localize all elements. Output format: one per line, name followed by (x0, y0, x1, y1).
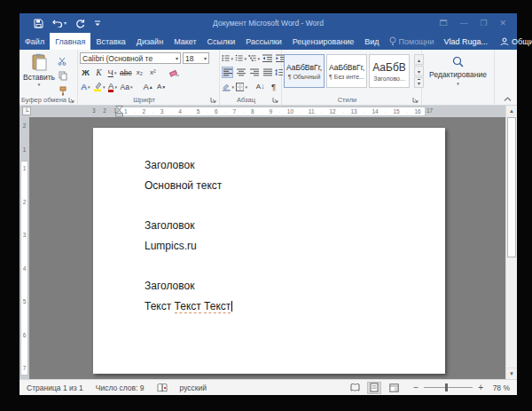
ruler-tick: · (98, 107, 100, 114)
cut-icon[interactable] (57, 55, 68, 67)
paragraph-dialog-launcher-icon[interactable] (272, 97, 279, 104)
underline-button[interactable]: Ч▾ (106, 67, 118, 78)
undo-dropdown-icon[interactable]: ▾ (64, 20, 66, 26)
print-layout-icon[interactable] (367, 382, 381, 394)
borders-icon[interactable]: ▾ (236, 81, 247, 92)
sort-icon[interactable]: А↓ (254, 81, 266, 92)
indent-marker[interactable] (115, 106, 123, 117)
justify-button[interactable] (262, 67, 273, 78)
change-case-button[interactable]: Аа▾ (121, 81, 133, 92)
italic-button[interactable]: К (93, 67, 105, 78)
grow-font-button[interactable]: А▲ (143, 81, 154, 92)
copy-icon[interactable] (57, 70, 68, 82)
tab-selector[interactable]: └ (22, 107, 31, 115)
font-color-button[interactable]: А▾ (107, 81, 119, 92)
zoom-percentage[interactable]: 78 % (489, 383, 510, 392)
paragraph: Основной текст (145, 179, 410, 192)
document-page[interactable]: ЗаголовокОсновной текстЗаголовокLumpics.… (93, 128, 445, 374)
font-size-select[interactable]: 18▾ (183, 52, 209, 64)
ruler-tick: · (406, 109, 408, 115)
align-center-button[interactable] (235, 67, 246, 78)
ribbon-tab[interactable]: Вид (359, 33, 384, 50)
customize-qat-icon[interactable] (94, 20, 101, 27)
ribbon-tab[interactable]: Главная (50, 33, 90, 50)
style-card[interactable]: АаБбВЗаголово... (369, 54, 410, 88)
close-icon[interactable]: ✕ (499, 19, 506, 28)
proofing-status-icon[interactable] (157, 383, 168, 392)
zoom-slider[interactable] (424, 387, 473, 388)
share-button[interactable]: Общий доступ (493, 33, 532, 50)
superscript-button[interactable]: x² (147, 67, 159, 78)
paste-dropdown-icon[interactable]: ▾ (38, 82, 41, 87)
clear-formatting-icon[interactable] (169, 67, 181, 78)
ruler-number: 2 (103, 107, 106, 114)
web-layout-icon[interactable] (387, 382, 401, 394)
scrollbar-thumb[interactable] (507, 117, 516, 257)
shrink-font-button[interactable]: А▼ (156, 81, 168, 92)
ribbon-tab[interactable]: Рассылки (240, 33, 286, 50)
find-icon[interactable] (452, 56, 464, 67)
style-card[interactable]: АаБбВвГг,¶ Обычный (284, 54, 325, 88)
bullets-icon[interactable]: ▾ (222, 52, 233, 64)
decrease-indent-icon[interactable] (262, 52, 273, 64)
align-right-button[interactable] (248, 67, 260, 78)
editing-dropdown-icon[interactable]: ▾ (457, 81, 459, 86)
show-formatting-marks-icon[interactable]: ¶ (268, 81, 279, 92)
vertical-ruler[interactable]: 21 1234567 (20, 117, 29, 379)
ruler-number: 7 (23, 365, 27, 371)
align-left-button[interactable] (222, 67, 233, 78)
bold-button[interactable]: Ж (80, 67, 91, 78)
highlight-color-button[interactable]: ▾ (93, 81, 106, 92)
styles-dialog-launcher-icon[interactable] (412, 97, 419, 104)
zoom-out-icon[interactable]: − (413, 383, 419, 392)
font-family-select[interactable]: Calibri (Основной те▾ (80, 52, 181, 64)
ribbon-tab[interactable]: Вставка (90, 33, 130, 50)
horizontal-ruler[interactable]: └ 3·2·1 1·2·3·4·5·6·7·8·9·10·11·12·13·14… (20, 106, 517, 117)
clipboard-group-label: Буфер обмена (20, 96, 68, 104)
zoom-slider-thumb[interactable] (445, 383, 448, 391)
redo-button[interactable] (75, 19, 85, 28)
save-icon[interactable] (34, 19, 43, 28)
vertical-ruler-numbers: 1234567 (21, 165, 27, 371)
ribbon-tab[interactable]: Дизайн (131, 33, 168, 50)
scroll-down-icon[interactable]: ▼ (506, 368, 517, 379)
font-dialog-launcher-icon[interactable] (210, 97, 217, 104)
zoom-in-icon[interactable]: + (478, 383, 483, 392)
account-name[interactable]: Vlad Ruga... (439, 33, 494, 50)
clipboard-icon (32, 53, 47, 71)
multilevel-list-icon[interactable]: ▾ (248, 52, 260, 64)
clipboard-dialog-launcher-icon[interactable] (68, 97, 75, 104)
page-count[interactable]: Страница 1 из 1 (27, 383, 83, 392)
vertical-scrollbar[interactable]: ▲ ▼ (505, 106, 517, 379)
status-bar: Страница 1 из 1 Число слов: 9 русский − … (20, 379, 517, 395)
undo-button[interactable]: ▾ (52, 19, 66, 28)
ruler-tick: · (134, 109, 136, 115)
language-indicator[interactable]: русский (180, 383, 207, 392)
paragraph: Lumpics.ru (145, 240, 410, 252)
ribbon-tab[interactable]: Макет (168, 33, 201, 50)
document-region: └ 3·2·1 1·2·3·4·5·6·7·8·9·10·11·12·13·14… (20, 106, 517, 379)
scroll-up-icon[interactable]: ▲ (506, 106, 517, 116)
ruler-number: 7 (233, 108, 237, 115)
ribbon-tab-row: ФайлГлавнаяВставкаДизайнМакетСсылкиРассы… (20, 33, 517, 50)
subscript-button[interactable]: x₂ (134, 67, 145, 78)
word-count[interactable]: Число слов: 9 (96, 383, 145, 392)
ribbon-tab[interactable]: Рецензирование (287, 33, 360, 50)
read-mode-icon[interactable] (348, 382, 362, 394)
collapse-ribbon-icon[interactable] (504, 97, 512, 102)
ruler-tick: · (188, 109, 190, 115)
tell-me-box[interactable]: Помощни (385, 33, 439, 50)
paste-button[interactable]: Вставить ▾ (21, 53, 57, 97)
style-card[interactable]: АаБбВвГг,¶ Без инте... (326, 54, 367, 88)
ribbon-tab[interactable]: Ссылки (202, 33, 241, 50)
text-effects-button[interactable]: А▾ (80, 81, 91, 92)
restore-icon[interactable]: ❐ (480, 19, 487, 28)
numbering-icon[interactable]: ▾ (235, 52, 246, 64)
minimize-icon[interactable]: — (459, 19, 467, 28)
ribbon-display-options-icon[interactable]: 🗖 (439, 19, 447, 28)
editing-label: Редактирование (429, 70, 487, 79)
ribbon-tab[interactable]: Файл (20, 33, 50, 50)
shading-icon[interactable]: ▾ (222, 81, 234, 92)
strikethrough-button[interactable]: abc (120, 67, 132, 78)
ruler-number: 1 (23, 165, 27, 171)
